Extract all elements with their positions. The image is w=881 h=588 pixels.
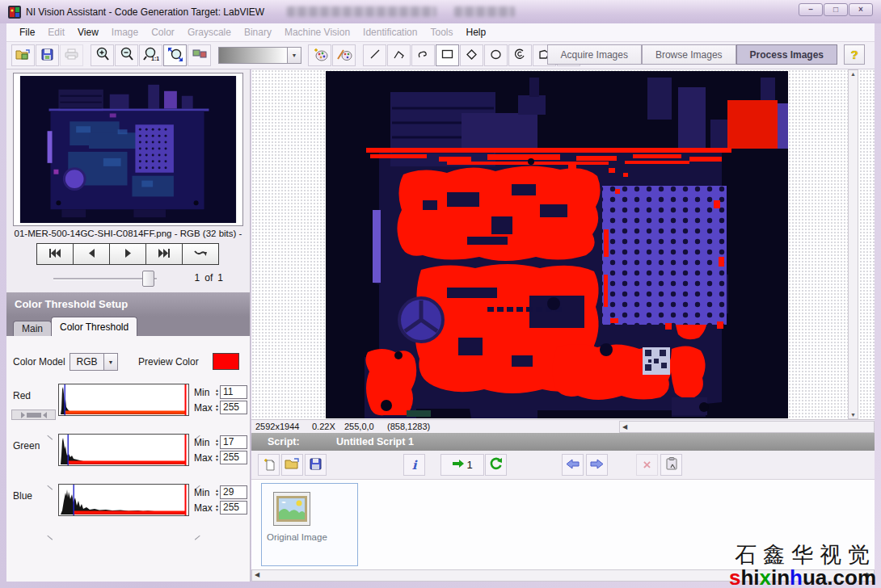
spinner-arrows-icon[interactable]: ▲▼ (215, 454, 219, 461)
zoom-in-icon (95, 47, 110, 64)
menu-item-help[interactable]: Help (460, 27, 493, 38)
green-histogram[interactable] (58, 434, 189, 466)
preview-color-swatch[interactable] (213, 353, 239, 370)
annulus-tool-icon (514, 48, 526, 62)
oval-tool-button[interactable] (484, 44, 508, 66)
image-filename: 01-MER-500-14GC-SHI-C0814FF.png - RGB (3… (6, 229, 250, 238)
rectangle-tool-button[interactable] (436, 44, 459, 66)
script-info-button[interactable]: i (403, 454, 425, 476)
red-min-spinner[interactable]: ▲▼11 (215, 385, 247, 399)
blue-min-spinner[interactable]: ▲▼29 (215, 485, 247, 499)
freehand-line-tool-button[interactable] (411, 44, 435, 66)
spinner-arrows-icon[interactable]: ▲▼ (215, 489, 219, 496)
polyline-tool-button[interactable] (387, 44, 411, 66)
save-image-button[interactable] (36, 44, 59, 66)
green-max-value[interactable]: 255 (220, 451, 247, 464)
menu-item-file[interactable]: File (13, 27, 41, 38)
menu-item-view[interactable]: View (71, 27, 105, 38)
red-min-value[interactable]: 11 (220, 385, 247, 399)
scroll-down-icon[interactable]: ▼ (849, 412, 858, 418)
polyline-tool-icon (393, 49, 406, 62)
processed-image-canvas[interactable] (326, 71, 788, 418)
minimize-button[interactable]: – (799, 3, 823, 16)
watermark-letter: h (790, 565, 803, 588)
image-index-slider-thumb[interactable] (142, 271, 154, 287)
red-range-slider (11, 410, 56, 420)
preview-color-label: Preview Color (138, 356, 199, 368)
image-index-current: 1 (195, 272, 200, 284)
color-model-dropdown[interactable]: RGB ▼ (70, 353, 118, 371)
vertical-scrollbar[interactable]: ▲ ▼ (848, 69, 858, 419)
blue-histogram[interactable] (58, 484, 189, 516)
watermark: 石鑫华视觉 shixinhua.com (729, 543, 876, 588)
run-once-button[interactable]: 1 (440, 454, 484, 476)
step-forward-button[interactable] (586, 454, 608, 476)
first-image-button[interactable] (36, 243, 74, 265)
paste-step-button[interactable] (660, 454, 682, 476)
save-script-button[interactable] (305, 454, 327, 476)
first-image-icon (48, 249, 61, 259)
palette-dropdown-button[interactable]: ▼ (288, 47, 301, 64)
blue-max-value[interactable]: 255 (220, 501, 247, 514)
run-loop-icon (489, 457, 503, 472)
blue-channel-label: Blue (13, 490, 32, 502)
tab-color-threshold[interactable]: Color Threshold (51, 317, 137, 336)
app-window: { "window": { "title": "NI Vision Assist… (0, 0, 881, 588)
maximize-button[interactable]: □ (824, 3, 848, 16)
scroll-up-icon[interactable]: ▲ (849, 71, 858, 77)
process-images-button[interactable]: Process Images (736, 44, 837, 65)
red-max-value[interactable]: 255 (220, 401, 247, 414)
help-button[interactable]: ? (844, 44, 865, 65)
zoom-in-button[interactable] (91, 44, 114, 66)
scroll-left-icon[interactable]: ◀ (622, 423, 627, 430)
red-histogram[interactable] (58, 384, 189, 416)
image-index-of: of (204, 272, 213, 284)
zoom-out-button[interactable] (115, 44, 138, 66)
edit-palette-button[interactable] (332, 44, 356, 66)
close-button[interactable]: × (849, 3, 873, 16)
annulus-tool-button[interactable] (508, 44, 532, 66)
red-channel-label: Red (13, 390, 31, 401)
loop-playback-button[interactable] (182, 243, 219, 265)
horizontal-scrollbar[interactable]: ◀ (619, 421, 875, 433)
run-loop-button[interactable] (485, 454, 507, 476)
setup-tabs: Main Color Threshold (6, 317, 250, 336)
last-image-button[interactable] (145, 243, 183, 265)
line-tool-button[interactable] (363, 44, 386, 66)
reference-thumbnail (13, 73, 243, 226)
new-palette-button[interactable] (308, 44, 331, 66)
green-min-label: Min (194, 437, 209, 448)
green-min-spinner[interactable]: ▲▼17 (215, 435, 247, 449)
acquire-images-button[interactable]: Acquire Images (547, 44, 642, 65)
new-script-icon (262, 457, 276, 473)
previous-image-button[interactable] (73, 243, 110, 265)
zoom-1to1-button[interactable]: 1:1 (139, 44, 162, 66)
blue-min-value[interactable]: 29 (220, 485, 247, 499)
script-step-original-image[interactable]: Original Image (261, 483, 358, 566)
zoom-to-fit-button[interactable] (163, 44, 187, 66)
green-min-value[interactable]: 17 (220, 435, 247, 449)
spinner-arrows-icon[interactable]: ▲▼ (215, 504, 219, 511)
slider-left-icon (43, 412, 47, 418)
red-max-spinner[interactable]: ▲▼255 (215, 401, 247, 414)
color-model-label: Color Model (13, 356, 65, 368)
next-image-button[interactable] (109, 243, 146, 265)
open-script-button[interactable] (281, 454, 303, 476)
green-max-spinner[interactable]: ▲▼255 (215, 451, 247, 464)
run-once-icon (452, 459, 465, 471)
scroll-left-icon[interactable]: ◀ (255, 571, 259, 578)
blue-max-spinner[interactable]: ▲▼255 (215, 501, 247, 514)
browse-images-button[interactable]: Browse Images (642, 44, 736, 65)
image-index-slider-track[interactable] (53, 278, 157, 280)
new-palette-icon (312, 48, 328, 64)
spinner-arrows-icon[interactable]: ▲▼ (215, 404, 219, 411)
rotated-rectangle-tool-button[interactable] (460, 44, 483, 66)
spinner-arrows-icon[interactable]: ▲▼ (215, 388, 219, 396)
new-script-button[interactable] (258, 454, 280, 476)
tab-main[interactable]: Main (13, 321, 52, 336)
step-back-button[interactable] (562, 454, 584, 476)
menu-item-edit: Edit (41, 27, 71, 38)
spinner-arrows-icon[interactable]: ▲▼ (215, 439, 219, 446)
open-image-button[interactable] (11, 44, 35, 66)
compare-images-button[interactable] (188, 44, 211, 66)
